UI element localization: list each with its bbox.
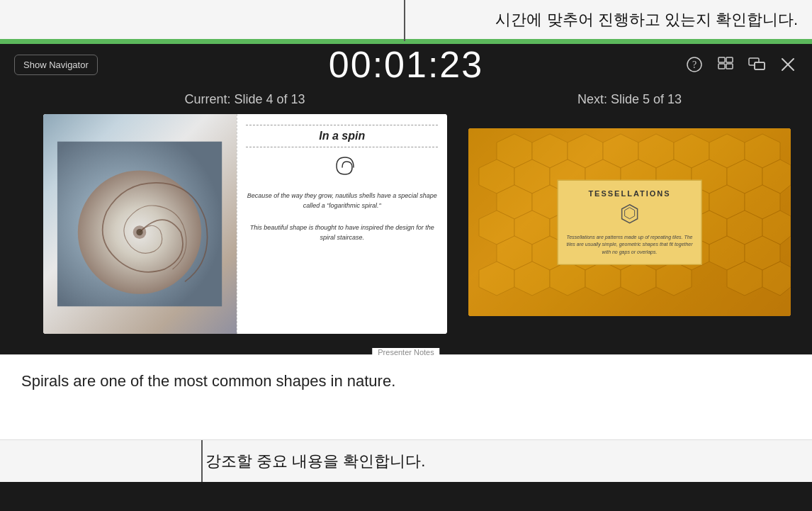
bottom-bar-text: 강조할 중요 내용을 확인합니다. [205,451,425,472]
presenter-notes-text[interactable]: Spirals are one of the most common shape… [0,355,812,400]
top-bar-text: 시간에 맞추어 진행하고 있는지 확인합니다. [495,9,798,30]
slides-grid-icon[interactable] [716,56,735,73]
hexagon-icon [565,203,694,228]
tessellations-card: TESSELLATIONS Tessellations are patterns… [557,179,702,265]
next-slide-frame: TESSELLATIONS Tessellations are patterns… [468,128,791,316]
slide-main-title: In a spin [319,130,365,142]
svg-point-14 [137,229,143,235]
svg-rect-7 [755,62,765,69]
slide-body-text-2: This beautiful shape is thought to have … [246,223,438,242]
current-slide-frame: In a spin Because of the way they grow, … [43,114,447,334]
next-slide-label: Next: Slide 5 of 13 [577,92,682,107]
controls-bar: Show Navigator 00:01:23 ? [0,44,812,85]
svg-text:?: ? [692,60,697,70]
bottom-bar-divider [201,440,203,482]
svg-rect-4 [718,64,725,69]
slide-body-text-1: Because of the way they grow, nautilus s… [246,191,438,210]
top-bar-divider [404,0,405,41]
presenter-notes-area: Presenter Notes Spirals are one of the m… [0,354,812,439]
next-slide-panel: Next: Slide 5 of 13 [468,85,791,316]
show-navigator-button[interactable]: Show Navigator [14,55,98,75]
close-icon[interactable] [778,56,798,73]
controls-right: ? [684,56,798,73]
tessellations-body: Tessellations are patterns made up of re… [565,233,694,256]
presenter-notes-label: Presenter Notes [372,348,439,356]
svg-marker-64 [625,207,635,218]
help-icon[interactable]: ? [684,56,704,73]
title-divider-bottom [246,147,438,147]
swap-screens-icon[interactable] [747,56,767,73]
next-slide-content: TESSELLATIONS Tessellations are patterns… [468,128,791,316]
svg-rect-2 [718,57,725,62]
current-slide-content: In a spin Because of the way they grow, … [43,114,447,334]
current-slide-label: Current: Slide 4 of 13 [184,92,305,107]
spiral-icon [329,155,355,186]
top-bar: 시간에 맞추어 진행하고 있는지 확인합니다. [0,0,812,41]
svg-rect-3 [726,57,733,62]
title-divider-top [246,125,438,125]
nautilus-image [43,114,237,334]
svg-rect-5 [726,64,733,69]
bottom-bar: 강조할 중요 내용을 확인합니다. [0,439,812,482]
timer-display: 00:01:23 [329,43,483,86]
tessellations-title: TESSELLATIONS [565,189,694,197]
current-slide-panel: Current: Slide 4 of 13 [21,85,468,334]
current-slide-text: In a spin Because of the way they grow, … [237,114,446,334]
slides-area: Current: Slide 4 of 13 [0,85,812,354]
